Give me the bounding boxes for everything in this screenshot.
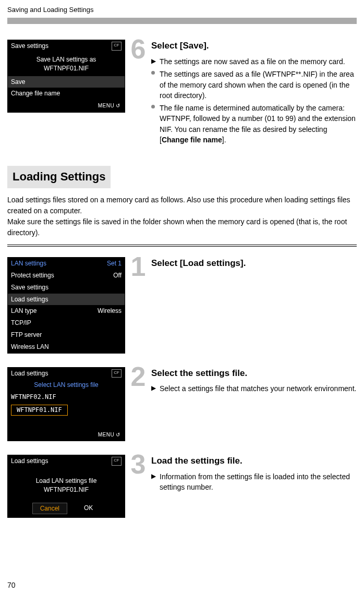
bullet-icon [151,71,155,75]
bullet-icon [151,105,155,108]
lcd-row[interactable]: TCP/IP [8,317,125,329]
cf-icon: CF [112,369,122,378]
step-body: ▶Select a settings file that matches you… [151,383,357,394]
step-number: 6 [131,38,146,60]
cf-icon: CF [112,457,122,466]
lcd-row[interactable]: LAN settingsSet 1 [8,258,125,270]
lcd-row[interactable]: Protect settingsOff [8,270,125,282]
lcd-line: Load LAN settings file [10,477,123,485]
lcd-row[interactable]: LAN typeWireless [8,305,125,317]
step-number: 1 [131,255,146,278]
ok-button[interactable]: OK [77,503,100,515]
section-heading-loading: Loading Settings [7,166,111,188]
lcd-title: Save settings [11,42,48,51]
step-number: 2 [131,365,146,388]
lcd-row-load-settings[interactable]: Load settings [8,294,125,306]
lcd-option-save[interactable]: Save [8,76,125,88]
step-title: Select [Load settings]. [151,257,357,270]
lcd-load-settings-list: Load settingsCF Select LAN settings file… [7,367,125,442]
menu-back-icon[interactable] [98,102,120,110]
step-title: Select the settings file. [151,367,357,380]
step-body: ▶Information from the settings file is l… [151,471,357,493]
lcd-row[interactable]: Save settings [8,282,125,294]
arrow-icon: ▶ [151,472,156,481]
paragraph: Load settings files stored on a memory c… [7,195,357,216]
lcd-file[interactable]: WFTNPF02.NIF [8,391,125,403]
lcd-line: WFTNPF01.NIF [10,64,123,73]
lcd-save-settings: Save settingsCF Save LAN settings as WFT… [7,40,125,112]
lcd-file-selected[interactable]: WFTNPF01.NIF [8,403,125,417]
lcd-row[interactable]: FTP server [8,329,125,341]
step-3: Load settingsCF Load LAN settings file W… [7,455,357,518]
step-title: Select [Save]. [151,40,357,52]
lcd-lan-settings: LAN settingsSet 1 Protect settingsOff Sa… [7,257,125,353]
step-number: 3 [131,453,146,476]
lcd-row[interactable]: Wireless LAN [8,341,125,353]
cf-icon: CF [112,42,122,51]
paragraph: Make sure the settings file is saved in … [7,216,357,238]
lcd-subtitle: Select LAN settings file [8,379,125,391]
step-2: Load settingsCF Select LAN settings file… [7,367,357,442]
step-1: LAN settingsSet 1 Protect settingsOff Sa… [7,257,357,353]
lcd-option-change-name[interactable]: Change file name [8,88,125,100]
step-6: Save settingsCF Save LAN settings as WFT… [7,40,357,147]
step-body: ▶The settings are now saved as a file on… [151,56,357,145]
step-title: Load the settings file. [151,455,357,467]
divider-bar [7,18,357,24]
lcd-line: Save LAN settings as [10,55,123,64]
lcd-title: Load settings [11,457,48,466]
menu-back-icon[interactable] [98,431,120,439]
cancel-button[interactable]: Cancel [32,503,67,515]
chapter-title: Saving and Loading Settings [7,5,357,15]
lcd-load-confirm: Load settingsCF Load LAN settings file W… [7,455,125,518]
arrow-icon: ▶ [151,384,156,393]
lcd-line: WFTNPF01.NIF [10,485,123,494]
lcd-title: Load settings [11,369,48,378]
arrow-icon: ▶ [151,57,156,66]
section-divider [7,245,357,247]
